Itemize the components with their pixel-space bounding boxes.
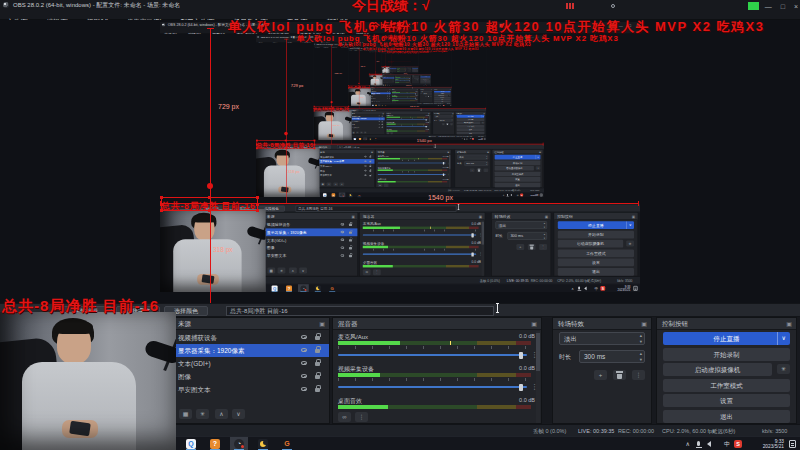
- source-label: 视频捕获设备: [178, 334, 217, 341]
- virtual-cam-settings-button[interactable]: ✳: [777, 364, 790, 374]
- audio-link-icon[interactable]: ∞: [338, 412, 351, 422]
- close-button[interactable]: ×: [794, 2, 798, 12]
- source-row[interactable]: 视频捕获设备: [173, 331, 329, 344]
- overlay-record-text: 总共-8局净胜 目前-16: [2, 297, 159, 316]
- status-rec: REC: 00:00:00: [618, 428, 654, 434]
- source-label: 显示器采集：1920像素: [178, 347, 244, 354]
- height-measure-label: 729 px: [218, 103, 239, 110]
- mixer-dock: 混音器 ▣ 麦克风/Aux 0.0 dB ⋮ 视频采集设备 0.0 dB ⋮ 桌…: [332, 317, 542, 424]
- lock-icon[interactable]: [315, 375, 320, 379]
- webcam-vignette: [0, 312, 176, 450]
- stop-stream-button[interactable]: 停止直播 ∨: [663, 332, 790, 345]
- add-transition-button[interactable]: +: [594, 370, 607, 380]
- mixer-channel-db: 0.0 dB: [519, 397, 535, 403]
- virtual-cam-button[interactable]: 启动虚拟摄像机: [663, 363, 772, 376]
- visibility-icon[interactable]: [301, 361, 307, 365]
- meter-ticks: [338, 378, 531, 381]
- spin-arrows-icon: ▴▾: [640, 351, 642, 362]
- source-move-down-button[interactable]: ∨: [232, 409, 245, 419]
- notification-center-icon[interactable]: [789, 440, 796, 448]
- desktop: OBS 28.0.2 (64-bit, windows) - 配置文件: 未命名…: [0, 0, 800, 450]
- lock-icon[interactable]: [315, 349, 320, 353]
- webcam-overlay: [0, 312, 176, 450]
- visibility-icon[interactable]: [301, 374, 307, 378]
- visibility-icon[interactable]: [301, 348, 307, 352]
- mixer-dock-title: 混音器: [338, 318, 358, 330]
- dock-float-icon[interactable]: ▣: [786, 321, 792, 327]
- transition-dock: 转场特效 ▣ 淡出 ▴▾ 时长 300 ms ▴▾ + ⋮: [552, 317, 652, 424]
- source-label: 文本(GDI+): [178, 360, 211, 367]
- minimize-button[interactable]: —: [765, 2, 772, 12]
- overlay-text-input[interactable]: 总共-8局净胜 目前-16: [226, 306, 494, 316]
- controls-dock-title: 控制按钮: [662, 318, 688, 330]
- transition-select[interactable]: 淡出 ▴▾: [559, 332, 645, 345]
- controls-dock: 控制按钮 ▣ 停止直播 ∨ 开始录制 启动虚拟摄像机 ✳ 工作室模式 设置 退出: [656, 317, 797, 424]
- taskbar-app-moon[interactable]: [254, 437, 272, 450]
- desktop: OBS 28.0.2 (64-bit, windows) - 配置文件: 未命名…: [314, 43, 487, 140]
- overlay-price-text: 单人砍lol pubg 飞机6 钻粉10 火箭30 超火120 10点开始算人头…: [228, 18, 764, 36]
- taskbar-app-browser[interactable]: Q: [182, 437, 200, 450]
- volume-slider[interactable]: [338, 354, 527, 356]
- dock-float-icon[interactable]: ▣: [319, 321, 325, 327]
- dock-float-icon[interactable]: ▣: [531, 321, 537, 327]
- mixer-menu-icon[interactable]: ⋮: [355, 412, 368, 422]
- ibeam-cursor: [497, 303, 498, 313]
- source-label: 图像: [178, 373, 191, 380]
- taskbar-app-g[interactable]: G: [278, 437, 296, 450]
- transition-dock-header: 转场特效 ▣: [553, 318, 651, 330]
- audio-meter: [338, 373, 531, 377]
- exit-button[interactable]: 退出: [663, 410, 790, 423]
- taskbar-app-game[interactable]: ?: [206, 437, 224, 450]
- maximize-button[interactable]: □: [781, 2, 785, 12]
- dock-float-icon[interactable]: ▣: [641, 321, 647, 327]
- sogou-ime-icon[interactable]: S: [734, 440, 742, 448]
- tray-speaker-icon[interactable]: [704, 441, 711, 447]
- source-row[interactable]: 图像: [173, 370, 329, 383]
- duration-spinbox[interactable]: 300 ms ▴▾: [579, 350, 645, 363]
- moon-app-icon: [258, 439, 268, 449]
- source-move-up-button[interactable]: ∧: [215, 409, 228, 419]
- mixer-scrollbar[interactable]: [536, 331, 540, 423]
- ime-indicator[interactable]: 中: [724, 437, 730, 450]
- taskbar-app-obs-active[interactable]: ◔: [230, 437, 248, 450]
- start-record-button[interactable]: 开始录制: [663, 348, 790, 361]
- status-delay: 延迟(6秒): [712, 428, 735, 435]
- browser-icon: Q: [186, 439, 196, 449]
- settings-button[interactable]: 设置: [663, 394, 790, 407]
- source-row-selected[interactable]: 显示器采集：1920像素: [173, 344, 329, 357]
- transition-dock-title: 转场特效: [558, 318, 584, 330]
- duration-value: 300 ms: [584, 353, 605, 360]
- volume-slider[interactable]: [338, 386, 527, 388]
- height-measure-line: [210, 28, 211, 303]
- sources-dock-title: 来源: [178, 318, 191, 330]
- sources-dock-header: 来源 ▣: [173, 318, 329, 330]
- transition-selected-label: 淡出: [564, 335, 577, 342]
- lock-icon[interactable]: [315, 362, 320, 366]
- lock-icon[interactable]: [315, 336, 320, 340]
- desktop: OBS 28.0.2 (64-bit, windows) - 配置文件: 未命名…: [348, 48, 452, 106]
- tray-mic-icon[interactable]: [697, 441, 700, 446]
- duration-label: 时长: [559, 353, 571, 362]
- chevron-down-icon[interactable]: ∨: [777, 332, 786, 345]
- audio-meter: [338, 405, 531, 409]
- source-row[interactable]: 文本(GDI+): [173, 357, 329, 370]
- game-icon: ?: [210, 439, 220, 449]
- tray-chevron-icon[interactable]: ∧: [686, 437, 690, 450]
- audio-meter: [338, 341, 531, 345]
- clock-date: 2023/5/21: [750, 444, 784, 450]
- source-settings-button[interactable]: ✳: [196, 409, 209, 419]
- visibility-icon[interactable]: [301, 335, 307, 339]
- meter-ticks: [338, 346, 531, 349]
- transition-menu-button[interactable]: ⋮: [632, 370, 645, 380]
- stop-stream-label: 停止直播: [714, 335, 740, 342]
- source-row[interactable]: 早安图文本: [173, 383, 329, 396]
- source-selection-box[interactable]: [161, 197, 258, 211]
- visibility-icon[interactable]: [301, 387, 307, 391]
- mixer-dock-header: 混音器 ▣: [333, 318, 541, 330]
- remove-transition-button[interactable]: [613, 370, 626, 380]
- studio-mode-button[interactable]: 工作室模式: [663, 379, 790, 392]
- window-controls: — □ ×: [765, 2, 798, 12]
- source-grid-button[interactable]: ▦: [179, 409, 192, 419]
- lock-icon[interactable]: [315, 388, 320, 392]
- taskbar-clock[interactable]: 9:33 2023/5/21: [750, 439, 784, 450]
